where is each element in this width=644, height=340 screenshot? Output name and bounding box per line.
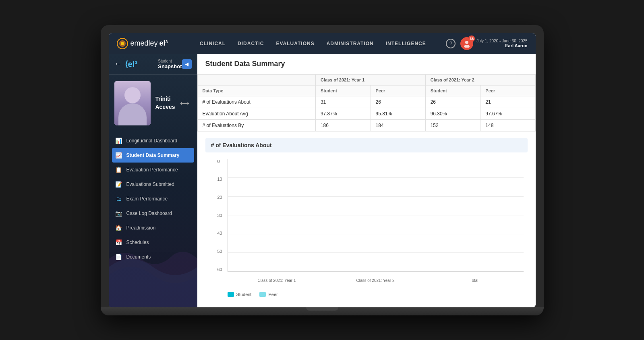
- col-header-y2-student: Student: [425, 85, 480, 96]
- row-y2-student-1: 26: [425, 96, 480, 108]
- sidebar-item-exam-performance[interactable]: 🗂 Exam Performance: [109, 192, 197, 206]
- legend-dot-peer: [259, 292, 266, 297]
- row-y1-peer-2: 95.81%: [371, 108, 425, 119]
- row-label-3: # of Evaluations By: [197, 119, 315, 131]
- collapse-button[interactable]: ◀: [182, 59, 192, 69]
- table-empty-header: [197, 74, 315, 85]
- notification-badge: 38: [468, 35, 475, 42]
- row-y2-student-3: 152: [425, 119, 480, 131]
- legend-peer: Peer: [259, 292, 277, 297]
- laptop-base: [101, 307, 544, 315]
- sidebar-logo-icon: ⟨eI³: [125, 59, 137, 69]
- row-y1-student-2: 97.87%: [315, 108, 371, 119]
- svg-point-3: [465, 41, 468, 44]
- legend-peer-label: Peer: [268, 292, 277, 297]
- profile-photo: [114, 81, 151, 125]
- col-header-type: Data Type: [197, 85, 315, 96]
- user-info: July 1, 2020 - June 30, 2025 Earl Aaron: [476, 39, 527, 48]
- row-label-2: Evaluation About Avg: [197, 108, 315, 119]
- nav-evaluations[interactable]: EVALUATIONS: [276, 39, 314, 48]
- sidebar: ← ⟨eI³ Student Snapshot ◀: [109, 54, 197, 307]
- preadmission-icon: 🏠: [115, 224, 122, 232]
- table-row: # of Evaluations About 31 26 26 21: [197, 96, 535, 108]
- row-y2-peer-2: 97.67%: [480, 108, 535, 119]
- x-label-year1: Class of 2021: Year 1: [228, 276, 326, 288]
- y-label-1: 50: [217, 249, 222, 254]
- date-range: July 1, 2020 - June 30, 2025: [476, 39, 527, 43]
- sidebar-item-eval-performance[interactable]: 📋 Evaluation Performance: [109, 163, 197, 177]
- row-y2-student-2: 96.30%: [425, 108, 480, 119]
- row-label-1: # of Evaluations About: [197, 96, 315, 108]
- y-label-0: 60: [217, 267, 222, 272]
- schedules-icon: 📅: [115, 239, 122, 246]
- content-area: Student Data Summary Class of 2021: Year…: [197, 54, 536, 307]
- screen: emedley eI³ CLINICAL DIDACTIC EVALUATION…: [109, 33, 536, 307]
- user-area: 38 July 1, 2020 - June 30, 2025 Earl Aar…: [460, 37, 527, 50]
- chart-bars-area: [228, 159, 524, 272]
- help-button[interactable]: ?: [446, 39, 456, 48]
- svg-point-2: [121, 42, 124, 45]
- y-label-4: 20: [217, 195, 222, 200]
- sidebar-title: Student Snapshot: [158, 59, 182, 69]
- table-row: # of Evaluations By 186 184 152 148: [197, 119, 535, 131]
- sidebar-header: ← ⟨eI³ Student Snapshot ◀: [109, 54, 197, 75]
- row-y1-student-1: 31: [315, 96, 371, 108]
- legend-student: Student: [228, 292, 252, 297]
- nav-links: CLINICAL DIDACTIC EVALUATIONS ADMINISTRA…: [180, 39, 446, 48]
- row-y1-student-3: 186: [315, 119, 371, 131]
- y-label-6: 0: [217, 159, 222, 164]
- sidebar-item-evals-submitted[interactable]: 📝 Evaluations Submitted: [109, 177, 197, 192]
- nav-intelligence[interactable]: INTELLIGENCE: [386, 39, 426, 48]
- chart-y-axis: 60 50 40 30 20 10 0: [217, 159, 222, 272]
- content-body: Class of 2021: Year 1 Class of 2021: Yea…: [197, 74, 536, 307]
- svg-point-4: [464, 45, 470, 48]
- chart-legend: Student Peer: [205, 288, 528, 301]
- documents-icon: 📄: [115, 253, 122, 261]
- page-title: Student Data Summary: [205, 60, 528, 68]
- longitudinal-icon: 📊: [115, 137, 122, 144]
- chart-section: # of Evaluations About 60 50 40 30 20 10…: [197, 131, 536, 307]
- profile-name: Triniti Aceves: [155, 95, 175, 111]
- student-data-icon: 📈: [115, 152, 122, 159]
- nav-didactic[interactable]: DIDACTIC: [238, 39, 264, 48]
- y-label-3: 30: [217, 213, 222, 218]
- chart-title: # of Evaluations About: [205, 138, 528, 152]
- col-header-y1-student: Student: [315, 85, 371, 96]
- logo-text: emedley eI³: [130, 39, 168, 48]
- row-y1-peer-1: 26: [371, 96, 425, 108]
- col-header-y1-peer: Peer: [371, 85, 425, 96]
- chart-container: 60 50 40 30 20 10 0: [205, 159, 528, 288]
- logo-area: emedley eI³: [117, 38, 168, 49]
- user-name: Earl Aaron: [476, 43, 527, 48]
- sidebar-item-student-data[interactable]: 📈 Student Data Summary: [112, 148, 194, 163]
- legend-dot-student: [228, 292, 234, 297]
- y-label-5: 10: [217, 177, 222, 181]
- sidebar-logo: ⟨eI³: [125, 59, 158, 69]
- sidebar-item-documents[interactable]: 📄 Documents: [109, 250, 197, 264]
- evals-submitted-icon: 📝: [115, 181, 122, 188]
- sidebar-item-case-log[interactable]: 📷 Case Log Dashboard: [109, 206, 197, 221]
- content-header: Student Data Summary: [197, 54, 536, 74]
- y-label-2: 40: [217, 231, 222, 236]
- nav-clinical[interactable]: CLINICAL: [200, 39, 226, 48]
- row-y2-peer-1: 21: [480, 96, 535, 108]
- profile-photo-inner: [114, 81, 151, 125]
- nav-administration[interactable]: ADMINISTRATION: [327, 39, 374, 48]
- nav-right: ? 38 July 1, 2020 - June 30, 2025 Earl A…: [446, 37, 527, 50]
- sidebar-item-schedules[interactable]: 📅 Schedules: [109, 235, 197, 250]
- case-log-icon: 📷: [115, 210, 122, 217]
- legend-student-label: Student: [236, 292, 252, 297]
- back-button[interactable]: ←: [114, 60, 122, 68]
- top-navbar: emedley eI³ CLINICAL DIDACTIC EVALUATION…: [109, 33, 536, 54]
- sidebar-item-longitudinal[interactable]: 📊 Longitudinal Dashboard: [109, 133, 197, 148]
- x-label-total: Total: [425, 276, 524, 288]
- exam-performance-icon: 🗂: [115, 195, 122, 202]
- row-y1-peer-3: 184: [371, 119, 425, 131]
- table-year2-header: Class of 2021: Year 2: [425, 74, 535, 85]
- x-labels: Class of 2021: Year 1 Class of 2021: Yea…: [228, 276, 524, 288]
- expand-icon[interactable]: ⟷: [180, 99, 189, 107]
- table-year1-header: Class of 2021: Year 1: [315, 74, 425, 85]
- sidebar-item-preadmission[interactable]: 🏠 Preadmission: [109, 221, 197, 235]
- data-table: Class of 2021: Year 1 Class of 2021: Yea…: [197, 74, 536, 131]
- main-layout: ← ⟨eI³ Student Snapshot ◀: [109, 54, 536, 307]
